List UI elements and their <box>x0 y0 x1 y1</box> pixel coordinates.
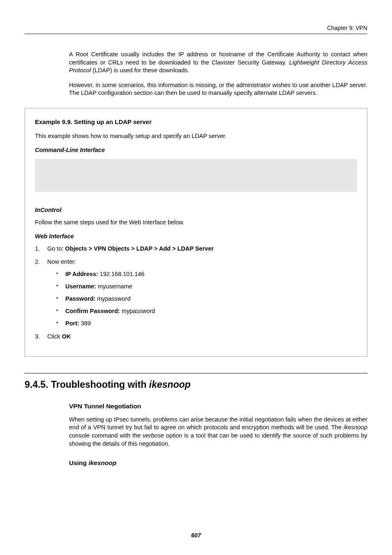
step1-pre: Go to: <box>47 245 65 252</box>
example-box: Example 9.9. Setting up an LDAP server T… <box>25 108 367 357</box>
confirm-value: mypassword <box>122 308 155 314</box>
incontrol-heading: InControl <box>35 207 357 213</box>
section-heading-pre: 9.4.5. Troubleshooting with <box>25 379 149 390</box>
chapter-label: Chapter 9: VPN <box>327 25 367 31</box>
confirm-label: Confirm Password: <box>65 308 122 314</box>
subsection-title-2: Using ikesnoop <box>69 459 367 467</box>
sub1-a: When setting up IPsec tunnels, problems … <box>69 416 367 431</box>
field-username: Username: myusername <box>56 283 357 290</box>
intro-p1-post: (LDAP) is used for these downloads. <box>91 67 189 74</box>
web-interface-heading: Web Interface <box>35 233 357 240</box>
step-3: Click OK <box>35 333 357 340</box>
step-1: Go to: Objects > VPN Objects > LDAP > Ad… <box>35 245 357 252</box>
subsection-paragraph: When setting up IPsec tunnels, problems … <box>69 416 367 448</box>
example-title: Example 9.9. Setting up an LDAP server <box>35 118 357 125</box>
example-desc: This example shows how to manually setup… <box>35 133 357 139</box>
step2-text: Now enter: <box>47 258 76 265</box>
page-footer: 607 <box>0 532 392 539</box>
step3-bold: OK <box>62 333 71 340</box>
field-ip: IP Address: 192.168.101.146 <box>56 271 357 277</box>
password-label: Password: <box>65 295 97 302</box>
sub1-em2: verbose <box>143 432 164 439</box>
ip-label: IP Address: <box>65 271 100 277</box>
ip-value: 192.168.101.146 <box>100 271 145 277</box>
field-port: Port: 389 <box>56 320 357 327</box>
sub1-b: console command with the <box>69 432 143 439</box>
incontrol-text: Follow the same steps used for the Web I… <box>35 219 357 226</box>
section-heading-em: ikesnoop <box>149 379 191 390</box>
steps-list: Go to: Objects > VPN Objects > LDAP > Ad… <box>35 245 357 340</box>
step3-pre: Click <box>47 333 62 340</box>
page-number: 607 <box>191 532 201 539</box>
username-value: myusername <box>98 283 132 290</box>
sub1-em1: ikesnoop <box>344 424 367 431</box>
field-list: IP Address: 192.168.101.146 Username: my… <box>47 271 357 327</box>
step1-bold: Objects > VPN Objects > LDAP > Add > LDA… <box>65 245 214 252</box>
page-header: Chapter 9: VPN <box>25 25 367 34</box>
sub2-em: ikesnoop <box>88 459 116 466</box>
intro-paragraph-2: However, in some scenarios, this informa… <box>69 81 367 97</box>
username-label: Username: <box>65 283 98 290</box>
cli-heading: Command-Line Interface <box>35 147 357 153</box>
code-block <box>35 159 357 192</box>
port-value: 389 <box>81 320 91 327</box>
field-password: Password: mypassword <box>56 295 357 302</box>
intro-paragraph-1: A Root Certificate usually includes the … <box>69 51 367 75</box>
step-2: Now enter: IP Address: 192.168.101.146 U… <box>35 258 357 327</box>
port-label: Port: <box>65 320 81 327</box>
section-rule <box>25 373 367 373</box>
password-value: mypassword <box>97 295 130 302</box>
field-confirm-password: Confirm Password: mypassword <box>56 308 357 314</box>
sub2-pre: Using <box>69 459 88 466</box>
subsection-title-1: VPN Tunnel Negotiation <box>69 403 367 410</box>
section-heading: 9.4.5. Troubleshooting with ikesnoop <box>25 379 367 390</box>
